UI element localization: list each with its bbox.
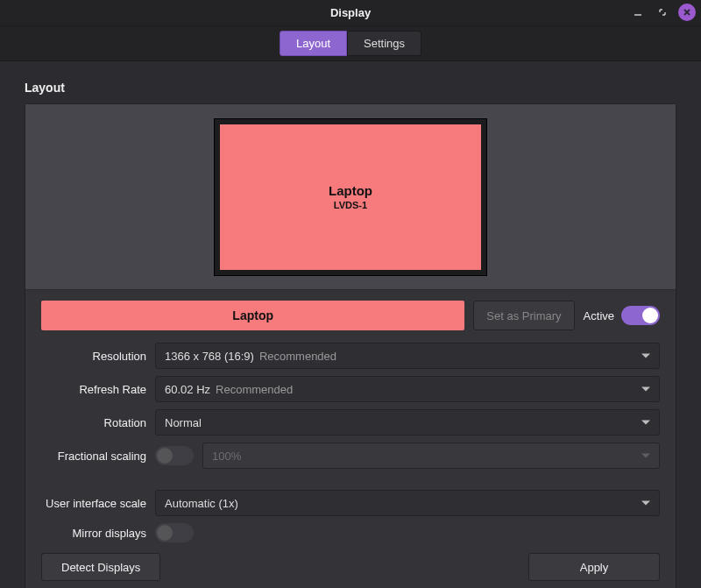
resolution-select[interactable]: 1366 x 768 (16:9) Recommended <box>155 343 660 369</box>
tab-strip: Layout Settings <box>0 26 701 61</box>
fractional-value: 100% <box>212 450 241 463</box>
refresh-value: 60.02 Hz <box>165 383 210 396</box>
section-title: Layout <box>25 81 676 95</box>
toggle-knob <box>157 525 173 541</box>
mirror-toggle[interactable] <box>155 523 194 542</box>
row-mirror: Mirror displays <box>41 523 660 542</box>
fractional-toggle[interactable] <box>155 446 194 465</box>
active-toggle[interactable] <box>621 306 660 325</box>
selected-display-row: Laptop Set as Primary Active <box>41 301 660 330</box>
spacer <box>41 476 660 483</box>
apply-button[interactable]: Apply <box>528 553 660 581</box>
active-wrap: Active <box>584 306 660 325</box>
rotation-value: Normal <box>165 416 202 429</box>
content: Layout Laptop LVDS-1 Laptop Set as Prima… <box>0 61 701 588</box>
fractional-label: Fractional scaling <box>41 450 146 463</box>
monitor-name: Laptop <box>329 183 372 198</box>
maximize-button[interactable] <box>654 4 671 21</box>
form-rows: Resolution 1366 x 768 (16:9) Recommended… <box>41 343 660 542</box>
row-ui-scale: User interface scale Automatic (1x) <box>41 490 660 516</box>
row-resolution: Resolution 1366 x 768 (16:9) Recommended <box>41 343 660 369</box>
resolution-label: Resolution <box>41 350 146 363</box>
ui-scale-select[interactable]: Automatic (1x) <box>155 490 660 516</box>
refresh-label: Refresh Rate <box>41 383 146 396</box>
ui-scale-value: Automatic (1x) <box>165 497 238 510</box>
resolution-value: 1366 x 768 (16:9) <box>165 350 254 363</box>
row-refresh: Refresh Rate 60.02 Hz Recommended <box>41 376 660 402</box>
close-button[interactable] <box>678 4 696 21</box>
rotation-select[interactable]: Normal <box>155 409 660 436</box>
tab-settings[interactable]: Settings <box>347 31 421 56</box>
window-title: Display <box>0 6 701 19</box>
tabs: Layout Settings <box>280 31 421 56</box>
rotation-label: Rotation <box>41 416 146 429</box>
monitor-screen: Laptop LVDS-1 <box>220 124 481 270</box>
chevron-down-icon <box>641 501 650 506</box>
toggle-knob <box>157 448 173 464</box>
chevron-down-icon <box>641 421 650 425</box>
toggle-knob <box>642 308 658 323</box>
monitor-connector: LVDS-1 <box>334 200 367 210</box>
display-preview[interactable]: Laptop LVDS-1 <box>25 104 676 290</box>
active-label: Active <box>584 309 614 322</box>
tab-layout[interactable]: Layout <box>280 31 347 56</box>
titlebar: Display <box>0 0 701 26</box>
fractional-select: 100% <box>202 443 660 469</box>
minimize-button[interactable] <box>629 4 647 21</box>
monitor-frame[interactable]: Laptop LVDS-1 <box>214 118 487 276</box>
refresh-select[interactable]: 60.02 Hz Recommended <box>155 376 660 402</box>
window-controls <box>629 4 696 21</box>
row-fractional: Fractional scaling 100% <box>41 443 660 469</box>
selected-display-chip: Laptop <box>41 301 464 330</box>
set-primary-button[interactable]: Set as Primary <box>473 301 574 330</box>
row-rotation: Rotation Normal <box>41 409 660 436</box>
chevron-down-icon <box>641 387 650 392</box>
ui-scale-label: User interface scale <box>41 497 146 510</box>
buttons-row: Detect Displays Apply <box>41 553 660 581</box>
chevron-down-icon <box>641 454 650 458</box>
mirror-label: Mirror displays <box>41 527 146 540</box>
refresh-suffix: Recommended <box>216 383 293 396</box>
chevron-down-icon <box>641 354 650 358</box>
detect-displays-button[interactable]: Detect Displays <box>41 553 160 581</box>
layout-panel: Laptop LVDS-1 Laptop Set as Primary Acti… <box>25 103 676 588</box>
resolution-suffix: Recommended <box>259 350 336 363</box>
